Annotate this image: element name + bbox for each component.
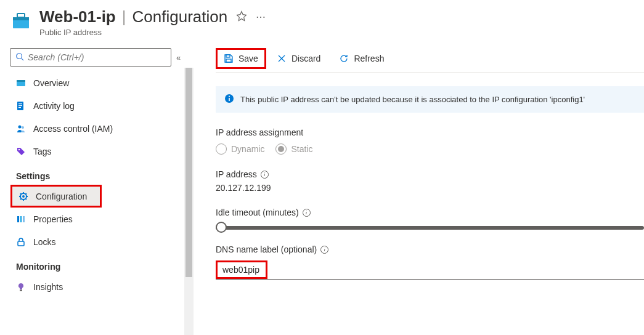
- ip-assignment-label: IP address assignment: [216, 127, 644, 137]
- sidebar-item-label: Access control (IAM): [33, 124, 113, 134]
- svg-rect-9: [18, 105, 22, 106]
- svg-rect-16: [17, 216, 19, 222]
- sidebar-item-label: Insights: [33, 282, 63, 292]
- idle-timeout-label: Idle timeout (minutes) i: [216, 208, 644, 217]
- insights-icon: [16, 282, 26, 292]
- sidebar-item-label: Locks: [33, 237, 56, 247]
- page-header: Web-01-ip | Configuration ⋯ Public IP ad…: [0, 0, 644, 44]
- dns-label: DNS name label (optional) i: [216, 244, 644, 254]
- resource-type-label: Public IP address: [39, 28, 644, 37]
- sidebar-item-iam[interactable]: Access control (IAM): [10, 117, 189, 140]
- lock-icon: [16, 237, 26, 247]
- toolbar: Save Discard Refresh: [216, 44, 644, 73]
- sidebar-item-label: Overview: [33, 78, 69, 88]
- activity-log-icon: [16, 101, 26, 111]
- save-button[interactable]: Save: [216, 48, 266, 69]
- resource-icon: [10, 10, 32, 32]
- ip-address-value: 20.127.12.199: [216, 183, 644, 193]
- main-content: Save Discard Refresh This public IP addr…: [194, 44, 644, 335]
- idle-timeout-slider[interactable]: [216, 226, 644, 230]
- svg-rect-2: [17, 14, 25, 17]
- svg-rect-18: [23, 216, 25, 222]
- svg-rect-10: [18, 107, 21, 108]
- svg-rect-21: [226, 55, 230, 57]
- refresh-button[interactable]: Refresh: [331, 48, 392, 69]
- sidebar-item-properties[interactable]: Properties: [10, 208, 189, 230]
- slider-thumb[interactable]: [216, 222, 227, 233]
- sidebar: « Overview Activity log Access control (…: [0, 44, 194, 335]
- info-tooltip-icon[interactable]: i: [261, 171, 269, 179]
- info-banner-text: This public IP address can't be updated …: [240, 95, 585, 104]
- svg-line-4: [22, 58, 24, 60]
- info-banner: This public IP address can't be updated …: [216, 86, 644, 113]
- svg-rect-6: [17, 80, 25, 82]
- sidebar-item-label: Activity log: [33, 101, 75, 111]
- dns-input-value[interactable]: web01pip: [216, 260, 267, 279]
- discard-icon: [277, 54, 287, 63]
- sidebar-item-label: Properties: [33, 214, 73, 224]
- info-tooltip-icon[interactable]: i: [303, 209, 311, 217]
- save-icon: [224, 54, 234, 63]
- svg-point-15: [22, 195, 25, 198]
- svg-point-3: [17, 53, 22, 59]
- sidebar-scrollbar[interactable]: [184, 68, 194, 335]
- properties-icon: [16, 214, 26, 224]
- sidebar-item-configuration[interactable]: Configuration: [10, 185, 102, 208]
- section-title: Configuration: [132, 7, 228, 26]
- resource-name: Web-01-ip: [39, 7, 116, 26]
- search-icon: [15, 52, 24, 63]
- gear-icon: [18, 192, 28, 201]
- sidebar-item-label: Tags: [33, 147, 52, 156]
- sidebar-item-insights[interactable]: Insights: [10, 275, 189, 298]
- sidebar-item-locks[interactable]: Locks: [10, 230, 189, 253]
- sidebar-item-tags[interactable]: Tags: [10, 140, 189, 163]
- svg-point-11: [18, 125, 22, 128]
- svg-point-13: [18, 148, 20, 150]
- sidebar-item-activity-log[interactable]: Activity log: [10, 94, 189, 117]
- svg-point-12: [22, 126, 24, 129]
- favorite-star-icon[interactable]: [236, 10, 247, 23]
- sidebar-item-label: Configuration: [36, 192, 87, 201]
- svg-rect-26: [229, 98, 230, 101]
- search-input-wrapper[interactable]: [10, 48, 171, 67]
- sidebar-section-monitoring: Monitoring: [10, 253, 194, 275]
- search-input[interactable]: [28, 52, 166, 62]
- sidebar-item-overview[interactable]: Overview: [10, 71, 189, 94]
- collapse-sidebar-icon[interactable]: «: [176, 53, 181, 62]
- svg-rect-8: [18, 103, 22, 104]
- info-icon: [224, 94, 234, 105]
- ip-address-label: IP address i: [216, 169, 644, 179]
- svg-rect-19: [18, 241, 24, 246]
- tags-icon: [16, 147, 26, 156]
- svg-rect-17: [20, 216, 22, 222]
- sidebar-section-settings: Settings: [10, 163, 194, 185]
- iam-icon: [16, 124, 26, 134]
- info-tooltip-icon[interactable]: i: [320, 246, 328, 254]
- radio-icon: [275, 143, 287, 155]
- radio-dynamic[interactable]: Dynamic: [216, 143, 264, 155]
- more-icon[interactable]: ⋯: [256, 11, 267, 23]
- ip-assignment-radio-group: Dynamic Static: [216, 143, 644, 155]
- svg-rect-22: [226, 59, 231, 62]
- radio-static[interactable]: Static: [275, 143, 312, 155]
- dns-input-wrapper[interactable]: web01pip: [216, 260, 644, 280]
- svg-rect-20: [20, 289, 22, 291]
- svg-point-27: [229, 96, 230, 97]
- refresh-icon: [339, 54, 349, 63]
- radio-icon: [216, 143, 227, 155]
- overview-icon: [16, 78, 26, 88]
- discard-button[interactable]: Discard: [269, 48, 328, 69]
